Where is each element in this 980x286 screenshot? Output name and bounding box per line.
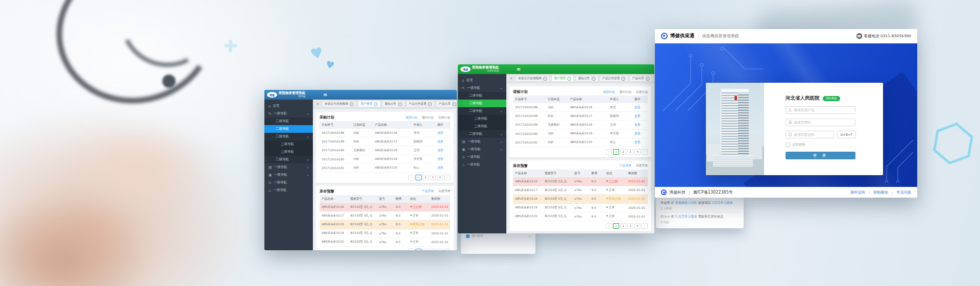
card-link[interactable]: 高值库存 (636, 163, 648, 168)
feed-link[interactable]: 5月日常小需求 (712, 201, 733, 204)
sidebar-item-level3[interactable]: 三级导航 (264, 148, 313, 156)
page-button[interactable]: 2 (620, 149, 626, 155)
collapse-tabs-icon[interactable]: « (316, 102, 319, 106)
login-button[interactable]: 登 录 (786, 152, 855, 159)
card-link[interactable]: 领用计划 (405, 115, 417, 120)
sidebar-item-level1[interactable]: ⌂首页 (458, 77, 506, 84)
page-button[interactable]: › (444, 175, 450, 180)
page-button[interactable]: 3 (430, 175, 436, 180)
page-button[interactable]: 2 (423, 249, 429, 250)
card-link[interactable]: 产品库存 (620, 163, 631, 168)
tab-close-icon[interactable]: × (621, 77, 625, 81)
sidebar-item-level2[interactable]: 二级导航∧ (264, 133, 313, 140)
menu-toggle-icon[interactable]: ≡ (323, 90, 327, 100)
card-link[interactable]: 高值库存 (438, 189, 450, 194)
menu-toggle-icon[interactable]: ≡ (517, 64, 521, 74)
sidebar-item-level1[interactable]: ✎一级导航∧ (458, 84, 506, 92)
page-button[interactable]: ‹ (408, 249, 414, 250)
sidebar-item-level2[interactable]: 二级导航 (458, 92, 506, 100)
page-button[interactable]: 3 (627, 223, 633, 229)
sidebar-item-level1[interactable]: ▣一级导航∨ (264, 171, 313, 179)
footer-link-manual[interactable]: 操作说明 (850, 190, 865, 195)
sidebar-item-level2[interactable]: 二级导航∧ (458, 107, 506, 115)
view-link[interactable]: 查看 (437, 166, 444, 169)
page-button[interactable]: 4 (437, 175, 443, 180)
page-button[interactable]: 1 (415, 175, 422, 180)
tab-产品分类设置[interactable]: 产品分类设置× (406, 101, 435, 107)
view-link[interactable]: 查看 (634, 106, 641, 109)
tab-产品分类设置[interactable]: 产品分类设置× (600, 75, 628, 82)
page-button[interactable]: 1 (415, 249, 422, 250)
list-item[interactable]: 用户管理 ✕ (466, 234, 531, 239)
sidebar-item-level1[interactable]: ⊙一级导航 (264, 179, 313, 186)
tab-资质证件效期预警[interactable]: 资质证件效期预警× (516, 75, 550, 82)
feed-link[interactable]: 凤凰精英小分队 (675, 201, 697, 204)
sidebar-item-level3[interactable]: 三级导航 (458, 123, 506, 130)
sidebar-item-level1[interactable]: ▤一级导航∨ (264, 163, 313, 171)
page-button[interactable]: › (444, 249, 450, 250)
sidebar-item-level2[interactable]: 二级导航 (264, 117, 313, 125)
footer-link-faq[interactable]: 常见问题 (896, 190, 911, 195)
view-link[interactable]: 查看 (634, 114, 641, 117)
card-link[interactable]: 预约计划 (422, 115, 434, 120)
tab-产品出库[interactable]: 产品出库× (436, 101, 457, 107)
remember-checkbox[interactable] (786, 142, 790, 147)
username-field[interactable]: 请填写用户名 (786, 106, 855, 114)
page-button[interactable]: 4 (634, 149, 641, 155)
captcha-question[interactable]: 6+8=? (837, 131, 856, 138)
tab-通知公告[interactable]: 通知公告× (382, 101, 404, 107)
page-button[interactable]: 2 (423, 175, 429, 180)
collapse-tabs-icon[interactable]: « (510, 76, 512, 81)
card-link[interactable]: 产品库存 (422, 189, 434, 194)
page-button[interactable]: 1 (613, 223, 619, 229)
sidebar-item-level1[interactable]: △一级导航 (264, 186, 313, 194)
tab-close-icon[interactable]: × (646, 77, 650, 81)
page-button[interactable]: 1 (613, 149, 619, 155)
tab-close-icon[interactable]: × (428, 102, 432, 106)
feed-link[interactable]: 5 月日常小需求 (675, 214, 697, 218)
page-button[interactable]: › (642, 223, 648, 229)
close-icon[interactable]: ✕ (529, 234, 531, 238)
password-field[interactable]: 请填写密码 (786, 118, 855, 126)
page-button[interactable]: 4 (634, 223, 641, 229)
page-button[interactable]: 3 (430, 249, 436, 250)
tab-close-icon[interactable]: × (350, 102, 354, 106)
sidebar-item-level3[interactable]: 三级导航 (264, 140, 313, 148)
page-button[interactable]: › (642, 149, 648, 155)
tab-用户管理[interactable]: 用户管理× (358, 101, 380, 107)
sidebar-item-level1[interactable]: ▤一级导航∨ (458, 138, 506, 146)
sidebar-item-level2[interactable]: 二级导航 (458, 100, 506, 107)
sidebar-item-level1[interactable]: △一级导航 (458, 161, 506, 169)
card-link[interactable]: 高值计划 (636, 90, 648, 94)
tab-资质证件效期预警[interactable]: 资质证件效期预警× (322, 101, 356, 107)
sidebar-item-level1[interactable]: ▣一级导航∨ (458, 146, 506, 153)
sidebar-item-level2[interactable]: 二级导航 (264, 125, 313, 133)
page-button[interactable]: ‹ (606, 223, 612, 229)
sidebar-item-level3[interactable]: 三级导航 (458, 115, 506, 123)
tab-close-icon[interactable]: × (567, 77, 571, 81)
sidebar-item-level2[interactable]: 二级导航∨ (264, 156, 313, 163)
tab-close-icon[interactable]: × (452, 102, 456, 106)
page-button[interactable]: 2 (620, 223, 626, 229)
tab-close-icon[interactable]: × (398, 102, 402, 106)
tab-close-icon[interactable]: × (543, 77, 547, 81)
view-link[interactable]: 查看 (437, 140, 444, 143)
view-link[interactable]: 查看 (634, 123, 641, 126)
tab-close-icon[interactable]: × (374, 102, 378, 106)
page-button[interactable]: ‹ (606, 149, 612, 155)
view-link[interactable]: 查看 (437, 149, 444, 152)
captcha-field[interactable]: 请填写验证码 (786, 131, 834, 138)
footer-link-key-driver[interactable]: 密钥驱动 (873, 190, 888, 195)
page-button[interactable]: 3 (627, 149, 633, 155)
card-link[interactable]: 高值计划 (438, 115, 450, 120)
sidebar-item-level1[interactable]: ⌂首页 (264, 102, 313, 110)
page-button[interactable]: ‹ (408, 175, 414, 180)
sidebar-item-level1[interactable]: ⊙一级导航 (458, 153, 506, 161)
card-link[interactable]: 预约计划 (620, 90, 631, 94)
tab-close-icon[interactable]: × (592, 77, 596, 81)
view-link[interactable]: 查看 (634, 140, 641, 144)
view-link[interactable]: 查看 (634, 132, 641, 135)
view-link[interactable]: 查看 (437, 131, 444, 134)
tab-通知公告[interactable]: 通知公告× (575, 75, 598, 82)
sidebar-item-level2[interactable]: 二级导航∨ (458, 130, 506, 138)
